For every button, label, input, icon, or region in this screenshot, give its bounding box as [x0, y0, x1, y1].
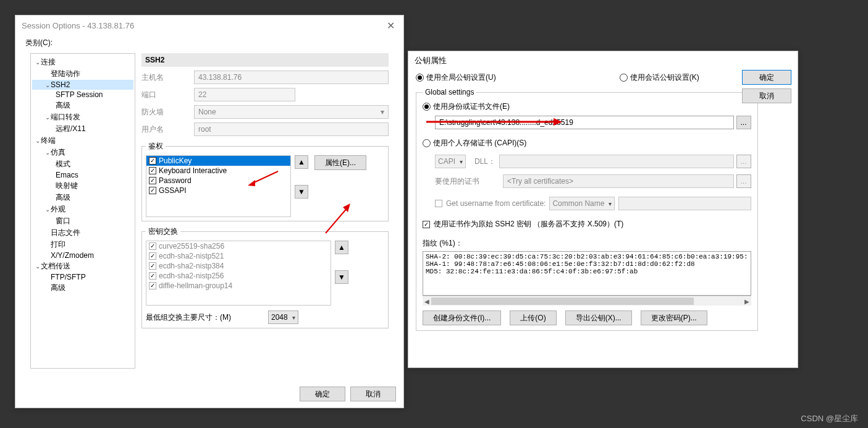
use-session-radio[interactable]: 使用会话公钥设置(K)	[620, 72, 699, 83]
use-cert-as-key-checkbox[interactable]: ✓	[423, 221, 430, 228]
radio-icon	[416, 74, 424, 82]
fingerprint-label: 指纹 (%1)：	[423, 238, 751, 249]
user-label: 用户名	[141, 124, 194, 135]
tree-appearance[interactable]: ⌄外观	[32, 203, 133, 215]
tree-ftp-sftp[interactable]: FTP/SFTP	[32, 272, 133, 282]
horizontal-scrollbar[interactable]: ◀ ▶	[423, 296, 751, 306]
tree-advanced[interactable]: 高级	[32, 100, 133, 111]
tree-mode[interactable]: 模式	[32, 158, 133, 170]
firewall-label: 防火墙	[141, 107, 194, 118]
firewall-select[interactable]: None▾	[194, 105, 389, 119]
port-input[interactable]	[194, 88, 295, 101]
upload-button[interactable]: 上传(O)	[510, 310, 556, 325]
tree-log-file[interactable]: 日志文件	[32, 227, 133, 239]
ok-button[interactable]: 确定	[300, 387, 345, 401]
use-global-radio[interactable]: 使用全局公钥设置(U)	[416, 72, 496, 83]
pk-cancel-button[interactable]: 取消	[742, 88, 791, 103]
tree-remote-x11[interactable]: 远程/X11	[32, 123, 133, 135]
port-label: 端口	[141, 90, 194, 100]
get-user-checkbox	[435, 200, 442, 207]
dll-input	[499, 155, 733, 168]
kex-up-button[interactable]: ▲	[335, 241, 348, 254]
move-down-button[interactable]: ▼	[295, 185, 308, 199]
session-options-dialog: Session Options - 43.138.81.76 ✕ 类别(C): …	[15, 15, 404, 408]
category-label: 类别(C):	[24, 35, 395, 51]
auth-item-publickey[interactable]: ✓PublicKey	[146, 156, 290, 166]
user-input[interactable]	[194, 122, 389, 136]
close-icon[interactable]: ✕	[384, 20, 397, 32]
auth-fieldset: 鉴权 ✓PublicKey ✓Keyboard Interactive ✓Pas…	[141, 141, 389, 221]
pk-ok-button[interactable]: 确定	[742, 70, 791, 85]
tree-xyz-modem[interactable]: X/Y/Zmodem	[32, 250, 133, 260]
capi-select[interactable]: CAPI	[435, 155, 466, 168]
tree-connection[interactable]: ⌄连接	[32, 56, 133, 68]
kex-item[interactable]: ✓ecdh-sha2-nistp384	[146, 261, 331, 271]
common-name-select: Common Name	[549, 197, 615, 210]
publickey-properties-dialog: 公钥属性 确定 取消 使用全局公钥设置(U) 使用会话公钥设置(K) Globa…	[408, 51, 798, 368]
min-kex-select[interactable]: 2048	[268, 310, 298, 324]
cert-browse-button: ...	[736, 174, 751, 188]
right-panel: SSH2 主机名 端口 防火墙 None▾ 用户名	[141, 53, 389, 369]
auth-item-gssapi[interactable]: ✓GSSAPI	[146, 186, 290, 195]
kex-item[interactable]: ✓ecdh-sha2-nistp256	[146, 271, 331, 281]
get-user-label: Get username from certificate:	[446, 199, 546, 208]
tree-advanced-3[interactable]: 高级	[32, 282, 133, 294]
tree-terminal[interactable]: ⌄终端	[32, 135, 133, 147]
move-up-button[interactable]: ▲	[295, 155, 308, 169]
tree-login-action[interactable]: 登陆动作	[32, 68, 133, 80]
tree-emulation[interactable]: ⌄仿真	[32, 147, 133, 158]
tree-emacs[interactable]: Emacs	[32, 170, 133, 180]
kex-item[interactable]: ✓curve25519-sha256	[146, 241, 331, 251]
tree-ssh2[interactable]: ⌄SSH2	[32, 80, 133, 90]
tree-map-keys[interactable]: 映射键	[32, 180, 133, 192]
cert-label: 要使用的证书	[435, 176, 503, 187]
watermark: CSDN @星尘库	[801, 413, 858, 424]
use-capi-radio[interactable]: 使用个人存储证书 (CAPI)(S)	[423, 138, 751, 148]
tree-advanced-2[interactable]: 高级	[32, 192, 133, 203]
category-tree[interactable]: ⌄连接 登陆动作 ⌄SSH2 SFTP Session 高级 ⌄端口转发 远程/…	[30, 53, 135, 369]
tree-window[interactable]: 窗口	[32, 215, 133, 227]
kex-item[interactable]: ✓diffie-hellman-group14	[146, 281, 331, 291]
change-password-button[interactable]: 更改密码(P)...	[641, 310, 707, 325]
username-input	[618, 197, 751, 210]
pk-title: 公钥属性	[408, 51, 798, 66]
tree-port-forward[interactable]: ⌄端口转发	[32, 111, 133, 123]
create-identity-button[interactable]: 创建身份文件(I)...	[423, 310, 501, 325]
dll-browse-button: ...	[736, 155, 751, 168]
host-label: 主机名	[141, 72, 194, 83]
auth-item-keyboard[interactable]: ✓Keyboard Interactive	[146, 166, 290, 176]
use-identity-radio[interactable]: 使用身份或证书文件(E)	[423, 101, 751, 112]
radio-icon	[423, 103, 431, 111]
identity-input[interactable]	[435, 116, 734, 129]
properties-button[interactable]: 属性(E)...	[314, 155, 366, 170]
min-kex-label: 最低组交换主要尺寸：(M)	[146, 312, 231, 323]
auth-legend: 鉴权	[146, 141, 166, 152]
kex-down-button[interactable]: ▼	[335, 270, 348, 284]
radio-icon	[620, 74, 628, 82]
host-input[interactable]	[194, 71, 389, 84]
cert-input	[503, 174, 734, 188]
radio-icon	[423, 139, 431, 147]
kex-fieldset: 密钥交换 ✓curve25519-sha256 ✓ecdh-sha2-nistp…	[141, 226, 389, 328]
tree-print[interactable]: 打印	[32, 239, 133, 250]
global-settings-legend: Global settings	[423, 88, 476, 96]
cancel-button[interactable]: 取消	[350, 387, 396, 401]
auth-item-password[interactable]: ✓Password	[146, 176, 290, 186]
dialog-title: Session Options - 43.138.81.76	[22, 21, 134, 30]
kex-list[interactable]: ✓curve25519-sha256 ✓ecdh-sha2-nistp521 ✓…	[146, 241, 331, 306]
auth-list[interactable]: ✓PublicKey ✓Keyboard Interactive ✓Passwo…	[146, 155, 291, 217]
section-header: SSH2	[141, 53, 389, 67]
fingerprint-box[interactable]: SHA-2: 00:8c:39:ec:39:d5:ca:75:3c:20:b2:…	[423, 251, 751, 296]
global-settings-fieldset: Global settings 使用身份或证书文件(E) ... 使用个人存储证…	[416, 88, 758, 331]
tree-sftp-session[interactable]: SFTP Session	[32, 90, 133, 100]
browse-button[interactable]: ...	[736, 116, 751, 129]
kex-item[interactable]: ✓ecdh-sha2-nistp521	[146, 251, 331, 261]
tree-doc-transfer[interactable]: ⌄文档传送	[32, 260, 133, 272]
export-key-button[interactable]: 导出公钥(X)...	[565, 310, 632, 325]
dll-label: DLL：	[474, 156, 495, 167]
titlebar: Session Options - 43.138.81.76 ✕	[15, 15, 403, 35]
kex-legend: 密钥交换	[146, 226, 180, 237]
use-cert-as-key-label: 使用证书作为原始 SSH2 密钥 （服务器不支持 X.509）(T)	[434, 219, 623, 229]
